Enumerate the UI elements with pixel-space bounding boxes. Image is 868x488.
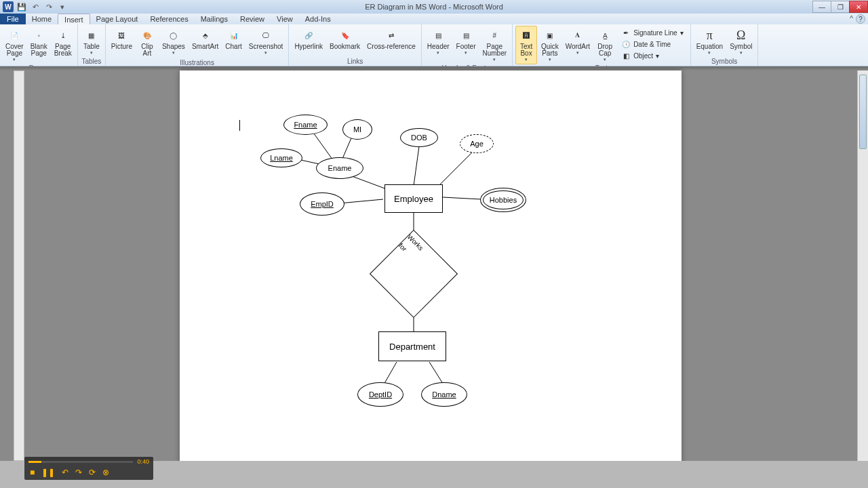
pagenumber-button[interactable]: #PageNumber▾ — [480, 26, 510, 64]
tab-home[interactable]: Home — [26, 14, 58, 24]
table-button[interactable]: ▦Table▾ — [81, 26, 102, 58]
minimize-button[interactable]: — — [812, 1, 831, 13]
player-close-icon[interactable]: ⊗ — [102, 468, 109, 477]
entity-department[interactable]: Department — [378, 331, 446, 361]
picture-button[interactable]: 🖼Picture — [108, 26, 135, 52]
dropcap-button[interactable]: A̲DropCap▾ — [594, 26, 616, 64]
qat-more-icon[interactable]: ▾ — [57, 1, 68, 12]
window-controls: — ❐ ✕ — [813, 1, 868, 13]
group-pages: 📄CoverPage▾ ▫BlankPage ⤓PageBreak Pages — [0, 24, 78, 66]
vertical-scrollbar[interactable] — [857, 70, 868, 461]
attr-empid[interactable]: EmpID — [300, 192, 344, 216]
quickparts-button[interactable]: ▣QuickParts▾ — [538, 26, 561, 64]
title-bar: W 💾 ↶ ↷ ▾ ER Diagram in MS Word - Micros… — [0, 0, 868, 14]
footer-button[interactable]: ▤Footer▾ — [454, 26, 479, 58]
signature-line-button[interactable]: ✒Signature Line ▾ — [620, 27, 685, 38]
attr-deptid[interactable]: DeptID — [357, 382, 403, 407]
document-page[interactable]: Fname MI Lname Ename DOB Age Hobbies Emp… — [180, 70, 682, 461]
attr-dob[interactable]: DOB — [400, 128, 438, 147]
vertical-ruler[interactable] — [14, 70, 24, 461]
text-cursor — [239, 120, 240, 131]
player-next-icon[interactable]: ↷ — [75, 468, 82, 477]
relationship-worksfor[interactable]: Worksfor — [382, 243, 445, 305]
cover-page-button[interactable]: 📄CoverPage▾ — [3, 26, 26, 64]
object-button[interactable]: ◧Object ▾ — [620, 50, 685, 61]
entity-employee[interactable]: Employee — [384, 184, 443, 213]
player-progress[interactable]: 0:40 — [24, 457, 153, 466]
video-player-overlay: 0:40 ■ ❚❚ ↶ ↷ ⟳ ⊗ — [24, 457, 153, 480]
svg-line-5 — [414, 146, 419, 186]
clipart-button[interactable]: 🎨ClipArt — [136, 26, 158, 59]
undo-icon[interactable]: ↶ — [30, 1, 41, 12]
crossref-button[interactable]: ⇄Cross-reference — [364, 26, 418, 52]
group-header-footer: ▤Header▾ ▤Footer▾ #PageNumber▾ Header & … — [422, 24, 513, 66]
document-area: Fname MI Lname Ename DOB Age Hobbies Emp… — [0, 66, 868, 461]
scrollbar-thumb[interactable] — [859, 75, 867, 149]
tab-review[interactable]: Review — [234, 14, 271, 24]
blank-page-button[interactable]: ▫BlankPage — [28, 26, 50, 59]
file-tab[interactable]: File — [0, 14, 26, 24]
symbol-button[interactable]: ΩSymbol▾ — [727, 26, 755, 58]
shapes-button[interactable]: ◯Shapes▾ — [159, 26, 188, 58]
page-break-button[interactable]: ⤓PageBreak — [52, 26, 75, 59]
close-button[interactable]: ✕ — [849, 1, 868, 13]
player-time: 0:40 — [137, 458, 149, 465]
screenshot-button[interactable]: 🖵Screenshot▾ — [246, 26, 286, 58]
tab-addins[interactable]: Add-Ins — [299, 14, 337, 24]
group-text: 🅰TextBox▾ ▣QuickParts▾ 𝐀WordArt▾ A̲DropC… — [513, 24, 691, 66]
equation-button[interactable]: πEquation▾ — [694, 26, 726, 58]
attr-dname[interactable]: Dname — [421, 382, 467, 407]
attr-hobbies[interactable]: Hobbies — [483, 190, 524, 209]
smartart-button[interactable]: ⬘SmartArt — [189, 26, 221, 52]
group-links: 🔗Hyperlink 🔖Bookmark ⇄Cross-reference Li… — [289, 24, 421, 66]
attr-mi[interactable]: MI — [342, 119, 372, 140]
window-title: ER Diagram in MS Word - Microsoft Word — [365, 3, 503, 11]
textbox-button[interactable]: 🅰TextBox▾ — [515, 26, 537, 64]
attr-ename[interactable]: Ename — [316, 157, 363, 179]
group-illustrations: 🖼Picture 🎨ClipArt ◯Shapes▾ ⬘SmartArt 📊Ch… — [106, 24, 290, 66]
tab-insert[interactable]: Insert — [58, 14, 90, 24]
date-time-button[interactable]: 🕓Date & Time — [620, 39, 685, 49]
hyperlink-button[interactable]: 🔗Hyperlink — [292, 26, 326, 52]
player-pause-icon[interactable]: ❚❚ — [41, 468, 55, 477]
tab-references[interactable]: References — [144, 14, 194, 24]
tab-mailings[interactable]: Mailings — [195, 14, 234, 24]
ribbon-tabs: File Home Insert Page Layout References … — [0, 14, 868, 24]
group-symbols: πEquation▾ ΩSymbol▾ Symbols — [691, 24, 759, 66]
word-icon: W — [3, 1, 14, 12]
player-prev-icon[interactable]: ↶ — [62, 468, 68, 477]
tab-view[interactable]: View — [271, 14, 299, 24]
quick-access-toolbar: W 💾 ↶ ↷ ▾ — [0, 1, 71, 12]
svg-line-7 — [443, 197, 481, 199]
attr-fname[interactable]: Fname — [283, 115, 328, 135]
header-button[interactable]: ▤Header▾ — [425, 26, 452, 58]
minimize-ribbon-icon[interactable]: ^ — [850, 15, 853, 22]
maximize-button[interactable]: ❐ — [831, 1, 850, 13]
redo-icon[interactable]: ↷ — [43, 1, 54, 12]
svg-line-6 — [437, 150, 475, 187]
group-tables: ▦Table▾ Tables — [78, 24, 106, 66]
attr-lname[interactable]: Lname — [260, 148, 302, 167]
bookmark-button[interactable]: 🔖Bookmark — [327, 26, 363, 52]
chart-button[interactable]: 📊Chart — [222, 26, 244, 52]
ribbon: 📄CoverPage▾ ▫BlankPage ⤓PageBreak Pages … — [0, 24, 868, 66]
tab-page-layout[interactable]: Page Layout — [90, 14, 144, 24]
attr-age[interactable]: Age — [460, 134, 494, 153]
help-icon[interactable]: ? — [856, 14, 865, 24]
player-stop-icon[interactable]: ■ — [30, 468, 35, 477]
save-icon[interactable]: 💾 — [16, 1, 27, 12]
wordart-button[interactable]: 𝐀WordArt▾ — [563, 26, 593, 58]
player-loop-icon[interactable]: ⟳ — [89, 468, 96, 477]
